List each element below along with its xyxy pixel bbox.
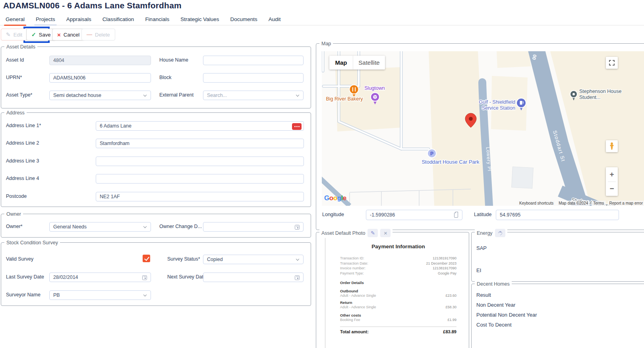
pegman-button[interactable] xyxy=(606,140,618,152)
last-survey-date-input[interactable]: 28/02/2014 xyxy=(49,273,151,282)
calendar-icon[interactable] xyxy=(295,275,300,280)
asset-id-input: 4804 xyxy=(49,56,151,65)
check-icon: ✓ xyxy=(31,32,36,37)
fullscreen-button[interactable] xyxy=(606,57,618,69)
asset-photo: Payment Information Transaction ID:12138… xyxy=(325,238,469,348)
chevron-down-icon xyxy=(143,293,147,296)
survey-status-label: Survey Status* xyxy=(167,256,200,262)
address-line1-input[interactable]: 6 Adams Lane xyxy=(96,121,304,131)
address-line2-input[interactable]: Stamfordham xyxy=(96,139,304,148)
tab-general[interactable]: General xyxy=(5,15,25,25)
map-label-stephenson-1: Stephenson House xyxy=(579,89,621,94)
map-image: Lowery Pl Stoddart St 00 Student Accommo… xyxy=(322,51,644,206)
edit-button[interactable]: ✎Edit xyxy=(1,29,27,41)
tab-audit[interactable]: Audit xyxy=(268,15,282,25)
zoom-control: + − xyxy=(606,167,618,196)
surveyor-name-label: Surveyor Name xyxy=(6,292,41,298)
tab-financials[interactable]: Financials xyxy=(144,15,170,25)
latitude-input[interactable]: 54.97695 xyxy=(496,210,619,220)
fullscreen-icon xyxy=(609,60,615,66)
energy-legend: Energy xyxy=(475,229,507,237)
sap-label: SAP xyxy=(476,245,487,251)
map-type-satellite-button[interactable]: Satellite xyxy=(353,56,385,70)
map-section: Map xyxy=(316,43,644,230)
copy-icon[interactable] xyxy=(454,213,458,218)
tab-bar: General Projects Appraisals Classificati… xyxy=(0,15,644,25)
chevron-down-icon xyxy=(296,257,299,261)
owner-section: Owner Owner* General Needs Owner Change … xyxy=(1,214,311,238)
longitude-label: Longitude xyxy=(322,212,344,217)
report-map-error-link[interactable]: Report a map error xyxy=(608,201,644,206)
chevron-down-icon xyxy=(143,225,147,228)
postcode-input[interactable]: NE2 1AF xyxy=(96,192,304,201)
calendar-icon[interactable] xyxy=(295,225,300,230)
refresh-energy-button[interactable] xyxy=(495,229,505,237)
postcode-label: Postcode xyxy=(6,193,27,199)
tab-appraisals[interactable]: Appraisals xyxy=(66,15,92,25)
receipt-row: Transaction Date:21 December 2023 xyxy=(340,261,456,266)
keyboard-shortcuts-link[interactable]: Keyboard shortcuts xyxy=(518,201,555,206)
parking-marker[interactable]: P xyxy=(427,149,436,158)
close-icon: × xyxy=(384,230,387,237)
asset-details-section: Asset Details Asset Id 4804 House Name U… xyxy=(1,46,311,108)
energy-section: Energy SAP EI xyxy=(471,232,644,282)
last-survey-date-label: Last Survey Date xyxy=(6,274,44,280)
map-label-stephenson-2: Student... xyxy=(579,95,601,100)
owner-select[interactable]: General Needs xyxy=(49,222,151,232)
cost-to-decent-label: Cost To Decent xyxy=(476,322,512,328)
minus-icon: — xyxy=(87,32,92,37)
hover-tab-underline xyxy=(34,24,57,26)
survey-legend: Stock Condition Survey xyxy=(4,239,60,246)
page-title: ADAMSLN006 - 6 Adams Lane Stamfordham xyxy=(3,1,182,10)
map-canvas[interactable]: Lowery Pl Stoddart St 00 Student Accommo… xyxy=(322,51,644,206)
delete-button[interactable]: —Delete xyxy=(81,29,115,41)
cancel-button[interactable]: ×Cancel xyxy=(52,29,85,41)
receipt-return: Return xyxy=(340,300,456,305)
address-line3-label: Address Line 3 xyxy=(6,158,39,164)
receipt-row: Payment Type:Google Pay xyxy=(340,271,456,276)
survey-status-select[interactable]: Copied xyxy=(203,255,304,264)
surveyor-name-select[interactable]: PB xyxy=(49,290,151,300)
next-survey-date-input[interactable] xyxy=(203,273,304,282)
save-button[interactable]: ✓Save xyxy=(26,29,56,41)
map-attribution: Keyboard shortcuts Map data ©2024 Terms … xyxy=(518,200,644,206)
receipt-total: Total amount:£83.89 xyxy=(340,329,456,334)
owner-change-date-input[interactable] xyxy=(203,222,304,232)
address-line4-input[interactable] xyxy=(96,174,304,184)
map-type-map-button[interactable]: Map xyxy=(329,56,353,70)
zoom-in-button[interactable]: + xyxy=(606,167,618,182)
terms-link[interactable]: Terms xyxy=(592,201,605,206)
next-survey-date-label: Next Survey Date xyxy=(167,274,206,280)
house-name-input[interactable] xyxy=(203,56,304,65)
receipt-title: Payment Information xyxy=(340,244,456,249)
asset-details-legend: Asset Details xyxy=(4,43,37,50)
map-label-gulf-2: Service Station xyxy=(482,105,515,111)
uprn-input[interactable]: ADAMSLN006 xyxy=(49,73,151,83)
tab-projects[interactable]: Projects xyxy=(35,15,56,25)
pencil-icon: ✎ xyxy=(371,230,375,237)
parking-glyph: P xyxy=(430,151,433,157)
zoom-out-button[interactable]: − xyxy=(606,182,618,196)
tab-strategic-values[interactable]: Strategic Values xyxy=(180,15,220,25)
edit-photo-button[interactable]: ✎ xyxy=(367,229,378,237)
longitude-input[interactable]: -1.5990286 xyxy=(366,210,462,220)
address-legend: Address xyxy=(4,109,27,116)
address-line3-input[interactable] xyxy=(96,157,304,166)
owner-change-date-label: Owner Change D... xyxy=(159,224,202,229)
tab-classification[interactable]: Classification xyxy=(102,15,135,25)
block-input[interactable] xyxy=(203,73,304,83)
remove-photo-button[interactable]: × xyxy=(380,229,391,237)
address-line2-label: Address Line 2 xyxy=(6,140,39,146)
decent-homes-section: Decent Homes Result Non Decent Year Pote… xyxy=(471,284,644,348)
address-lookup-button[interactable] xyxy=(292,123,302,130)
active-tab-underline xyxy=(4,25,26,26)
receipt-row: Adult - Advance Single£58.30 xyxy=(340,305,456,310)
external-parent-select[interactable]: Search... xyxy=(203,91,304,100)
receipt-other-costs: Other costs xyxy=(340,313,456,317)
valid-survey-checkbox[interactable] xyxy=(143,255,150,262)
map-data-text: Map data ©2024 xyxy=(557,201,590,206)
asset-type-select[interactable]: Semi detached house xyxy=(49,91,151,100)
calendar-icon[interactable] xyxy=(142,275,147,280)
tab-documents[interactable]: Documents xyxy=(229,15,258,25)
map-label-carpark: Stoddart House Car Park xyxy=(422,159,480,165)
